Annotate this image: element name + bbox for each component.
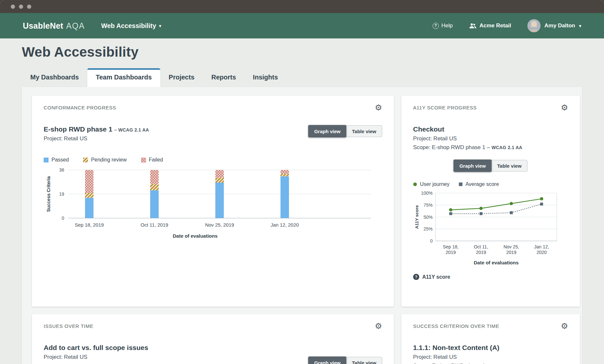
svg-text:50%: 50% [424, 215, 433, 220]
svg-text:0: 0 [62, 216, 64, 221]
card-success-criterion-over-time: SUCCESS CRITERION OVER TIME ⚙ 1.1.1: Non… [401, 314, 580, 364]
brand-name: UsableNet [23, 21, 63, 31]
evaluation-title-block: Add to cart vs. full scope issues Projec… [44, 344, 148, 360]
legend-label: Average score [466, 181, 499, 187]
graph-view-button[interactable]: Graph view [453, 160, 492, 172]
tab-my-dashboards[interactable]: My Dashboards [22, 68, 87, 87]
svg-text:Jan 12, 2020: Jan 12, 2020 [271, 222, 299, 228]
table-view-button[interactable]: Table view [492, 160, 527, 171]
legend-item-average-score: Average score [459, 181, 499, 187]
help-label: Help [441, 22, 453, 29]
users-icon [469, 23, 476, 29]
view-toggle: Graph view Table view [309, 357, 382, 364]
user-menu[interactable]: Amy Dalton ▾ [527, 19, 581, 32]
scope-label: Scope: E-shop RWD phase 1 – WCAG 2.1 AA [413, 363, 568, 364]
brand-product: AQA [66, 21, 85, 31]
svg-text:Sep 18, 2019: Sep 18, 2019 [75, 222, 104, 228]
wcag-badge: – WCAG 2.1 AA [114, 127, 149, 133]
help-link[interactable]: ? Help [433, 22, 453, 29]
svg-text:19: 19 [59, 191, 64, 197]
svg-text:Oct 11,2019: Oct 11,2019 [474, 244, 488, 255]
tab-team-dashboards[interactable]: Team Dashboards [87, 68, 160, 87]
scope-text: Scope: E-shop RWD phase 1 – [413, 363, 490, 364]
svg-text:25%: 25% [424, 226, 433, 231]
product-switcher[interactable]: Web Accessibility ▾ [101, 22, 161, 30]
scope-label: Scope: E-shop RWD phase 1 – WCAG 2.1 AA [413, 144, 568, 151]
project-label: Project: Retail US [413, 135, 568, 142]
scope-text: Scope: E-shop RWD phase 1 – [413, 144, 490, 150]
a11y-score-help-label: A11Y score [422, 274, 450, 280]
tab-reports[interactable]: Reports [203, 68, 245, 87]
legend-item-passed: Passed [44, 157, 69, 163]
tab-insights[interactable]: Insights [244, 68, 286, 87]
svg-text:Nov 25, 2019: Nov 25, 2019 [205, 222, 234, 228]
card-heading: SUCCESS CRITERION OVER TIME [413, 323, 499, 329]
app-window: UsableNet AQA Web Accessibility ▾ ? Help… [0, 0, 604, 364]
svg-text:A11Y score: A11Y score [414, 205, 419, 229]
product-switcher-label: Web Accessibility [101, 22, 156, 30]
legend-label: Pending review [91, 157, 126, 163]
svg-text:Success Criteria: Success Criteria [46, 176, 51, 212]
app-header: UsableNet AQA Web Accessibility ▾ ? Help… [0, 13, 604, 38]
journey-title: Checkout [413, 125, 568, 133]
account-menu[interactable]: Acme Retail [469, 22, 511, 29]
a11y-legend: User journeyAverage score [413, 181, 568, 187]
evaluation-title-text: E-shop RWD phase 1 [44, 125, 112, 133]
gear-icon[interactable]: ⚙ [561, 322, 568, 330]
card-heading: A11Y SCORE PROGRESS [413, 105, 477, 110]
conformance-chart: Success Criteria01938Sep 18, 2019Oct 11,… [44, 167, 382, 242]
legend-item-user-journey: User journey [413, 181, 450, 187]
svg-text:Nov 25,2019: Nov 25,2019 [503, 244, 519, 255]
project-label: Project: Retail US [44, 354, 148, 360]
gear-icon[interactable]: ⚙ [375, 104, 382, 112]
gear-icon[interactable]: ⚙ [375, 322, 382, 330]
graph-view-button[interactable]: Graph view [308, 357, 346, 364]
a11y-score-chart: A11Y score025%50%75%100%Sep 18,2019Oct 1… [413, 190, 568, 269]
svg-text:75%: 75% [424, 203, 433, 208]
gear-icon[interactable]: ⚙ [561, 104, 568, 112]
window-control-zoom[interactable] [27, 5, 31, 9]
evaluation-title-block: E-shop RWD phase 1 – WCAG 2.1 AA Project… [44, 125, 149, 142]
table-view-button[interactable]: Table view [346, 126, 382, 137]
graph-view-button[interactable]: Graph view [308, 125, 346, 137]
legend-label: User journey [420, 181, 450, 187]
question-icon: ? [413, 274, 419, 280]
svg-text:0: 0 [430, 238, 433, 244]
page-title: Web Accessibility [22, 44, 582, 60]
dashboard-panel: CONFORMANCE PROGRESS ⚙ E-shop RWD phase … [22, 87, 582, 364]
legend-swatch-patch [83, 158, 88, 162]
a11y-score-help[interactable]: ? A11Y score [413, 274, 568, 280]
table-view-button[interactable]: Table view [346, 357, 382, 364]
legend-label: Failed [149, 157, 163, 163]
card-heading: ISSUES OVER TIME [44, 323, 93, 329]
avatar [527, 19, 540, 32]
dashboard-grid: CONFORMANCE PROGRESS ⚙ E-shop RWD phase … [32, 96, 572, 364]
svg-text:38: 38 [59, 167, 64, 173]
legend-item-failed: Failed [141, 157, 163, 163]
header-actions: ? Help Acme Retail [433, 19, 581, 32]
conformance-legend: PassedPending reviewFailed [44, 157, 382, 163]
chevron-down-icon: ▾ [579, 24, 581, 28]
svg-text:Date of evaluations: Date of evaluations [474, 260, 519, 265]
project-label: Project: Retail US [44, 135, 149, 142]
main-content: Web Accessibility My DashboardsTeam Dash… [0, 44, 604, 364]
legend-item-pending-review: Pending review [83, 157, 126, 163]
window-control-close[interactable] [11, 5, 15, 9]
window-control-minimize[interactable] [19, 5, 23, 9]
legend-swatch-patch [141, 158, 146, 162]
window-titlebar [0, 0, 604, 13]
issues-title: Add to cart vs. full scope issues [44, 344, 148, 352]
wcag-badge: WCAG 2.1 AA [492, 145, 523, 150]
card-a11y-score-progress: A11Y SCORE PROGRESS ⚙ Checkout Project: … [401, 96, 580, 307]
account-label: Acme Retail [480, 22, 511, 29]
chevron-down-icon: ▾ [159, 24, 161, 28]
svg-text:Oct 11, 2019: Oct 11, 2019 [141, 222, 168, 228]
legend-swatch-circle [413, 182, 417, 186]
criterion-title: 1.1.1: Non-text Content (A) [413, 344, 568, 352]
tab-projects[interactable]: Projects [160, 68, 203, 87]
brand-logo[interactable]: UsableNet AQA [23, 21, 85, 31]
evaluation-title: E-shop RWD phase 1 – WCAG 2.1 AA [44, 125, 149, 133]
tab-bar: My DashboardsTeam DashboardsProjectsRepo… [22, 68, 582, 87]
legend-swatch-patch [44, 158, 49, 162]
card-issues-over-time: ISSUES OVER TIME ⚙ Add to cart vs. full … [32, 314, 394, 364]
